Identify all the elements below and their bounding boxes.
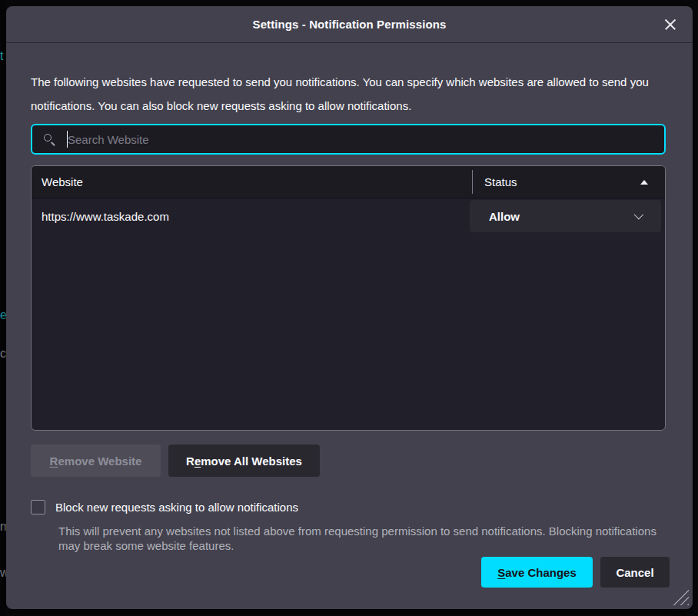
column-header-status[interactable]: Status bbox=[472, 170, 665, 194]
column-header-website[interactable]: Website bbox=[32, 166, 472, 198]
background-text-fragment: e bbox=[0, 308, 6, 322]
status-dropdown-value: Allow bbox=[470, 210, 520, 223]
column-header-status-label: Status bbox=[484, 175, 517, 188]
status-dropdown[interactable]: Allow bbox=[470, 200, 661, 232]
background-text-fragment: ca bbox=[0, 347, 6, 361]
table-header-row: Website Status bbox=[32, 166, 665, 198]
save-changes-button[interactable]: Save Changes bbox=[481, 557, 593, 588]
notification-permissions-dialog: Settings - Notification Permissions The … bbox=[6, 6, 693, 609]
block-requests-checkbox[interactable] bbox=[31, 500, 45, 514]
remove-website-button[interactable]: Remove Website bbox=[31, 445, 161, 477]
permissions-table: Website Status https://www.taskade.com A… bbox=[31, 165, 666, 431]
block-requests-label[interactable]: Block new requests asking to allow notif… bbox=[55, 501, 298, 514]
remove-all-websites-button[interactable]: Remove All Websites bbox=[168, 445, 320, 477]
dialog-title: Settings - Notification Permissions bbox=[253, 18, 447, 31]
background-text-fragment: m bbox=[0, 520, 6, 534]
resize-grip[interactable] bbox=[670, 587, 689, 605]
background-page-strip: t e ca m w bbox=[0, 0, 6, 616]
search-icon bbox=[44, 134, 56, 146]
background-text-fragment: t bbox=[0, 49, 3, 63]
table-row[interactable]: https://www.taskade.com Allow bbox=[32, 198, 665, 234]
block-requests-note: This will prevent any websites not liste… bbox=[58, 524, 667, 553]
intro-text: The following websites have requested to… bbox=[31, 70, 669, 118]
dialog-titlebar: Settings - Notification Permissions bbox=[6, 6, 693, 43]
background-text-fragment: w bbox=[0, 566, 6, 580]
search-input[interactable] bbox=[68, 125, 652, 153]
sort-ascending-icon bbox=[640, 180, 648, 185]
search-field[interactable] bbox=[31, 124, 666, 155]
chevron-down-icon bbox=[634, 210, 644, 220]
close-button[interactable] bbox=[659, 13, 682, 36]
website-url: https://www.taskade.com bbox=[32, 210, 472, 223]
cancel-button[interactable]: Cancel bbox=[600, 557, 670, 588]
